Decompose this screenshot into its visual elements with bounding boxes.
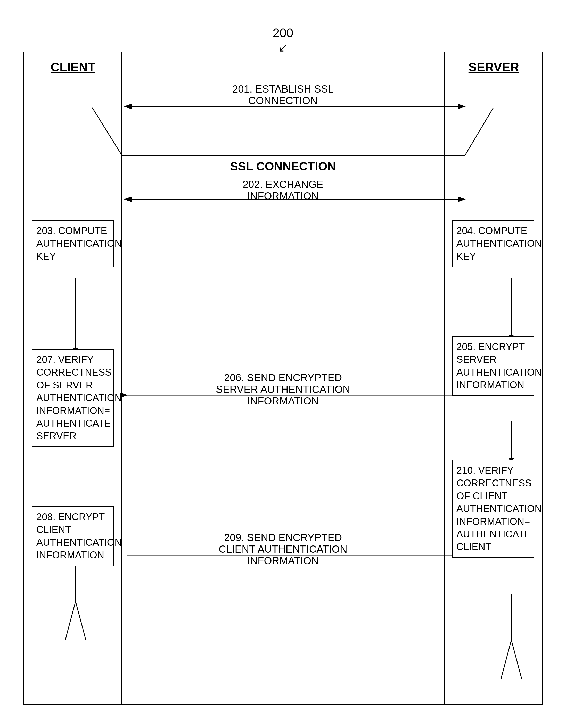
step-205-box: 205. ENCRYPT SERVER AUTHENTICATION INFOR…	[452, 336, 534, 396]
server-label: SERVER	[460, 60, 527, 74]
client-label: CLIENT	[39, 60, 106, 74]
step-208-box: 208. ENCRYPT CLIENT AUTHENTICATION INFOR…	[32, 506, 114, 566]
step-203-box: 203. COMPUTE AUTHENTICATION KEY	[32, 220, 114, 267]
figure-number: 200 ↙	[273, 26, 293, 55]
diagram-container: 200 ↙ CLIENT SERVER	[15, 21, 551, 713]
step-210-box: 210. VERIFY CORRECTNESS OF CLIENT AUTHEN…	[452, 460, 534, 558]
step-201-label: 201. ESTABLISH SSL CONNECTION	[125, 83, 441, 106]
step-204-box: 204. COMPUTE AUTHENTICATION KEY	[452, 220, 534, 267]
step-209-label: 209. SEND ENCRYPTED CLIENT AUTHENTICATIO…	[125, 532, 441, 567]
step-202-label: 202. EXCHANGE INFORMATION	[125, 179, 441, 202]
outer-box: CLIENT SERVER	[23, 52, 543, 705]
step-207-box: 207. VERIFY CORRECTNESS OF SERVER AUTHEN…	[32, 349, 114, 447]
ssl-connection-label: SSL CONNECTION	[125, 159, 441, 173]
step-206-label: 206. SEND ENCRYPTED SERVER AUTHENTICATIO…	[125, 372, 441, 407]
